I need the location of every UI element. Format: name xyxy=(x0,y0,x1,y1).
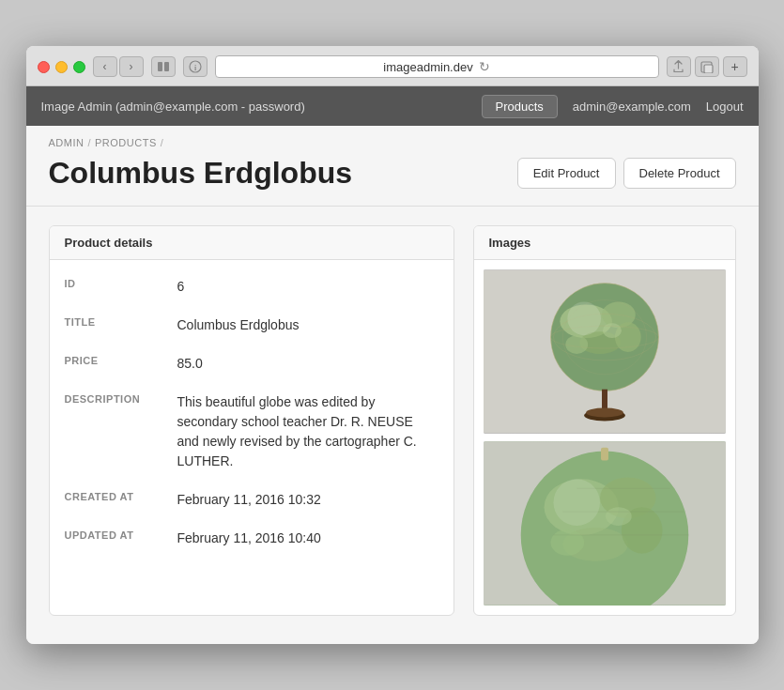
field-label-title: TITLE xyxy=(65,315,177,328)
svg-rect-5 xyxy=(704,65,713,73)
svg-text:i: i xyxy=(193,64,196,72)
url-text: imageadmin.dev xyxy=(383,60,472,74)
field-value-title: Columbus Erdglobus xyxy=(177,315,300,335)
share-button[interactable] xyxy=(667,56,691,77)
svg-point-21 xyxy=(586,408,623,418)
table-row: TITLE Columbus Erdglobus xyxy=(50,306,453,345)
field-label-price: PRICE xyxy=(65,354,177,366)
app-info-text: Image Admin (admin@example.com - passwor… xyxy=(41,100,305,114)
maximize-traffic-light[interactable] xyxy=(73,61,85,73)
back-button[interactable]: ‹ xyxy=(93,56,117,77)
reload-icon[interactable]: ↻ xyxy=(479,59,490,74)
table-row: PRICE 85.0 xyxy=(50,345,453,383)
minimize-traffic-light[interactable] xyxy=(55,61,68,73)
info-button[interactable]: i xyxy=(183,56,208,77)
reader-view-button[interactable] xyxy=(151,56,176,77)
browser-action-buttons: + xyxy=(667,56,747,77)
field-label-description: DESCRIPTION xyxy=(65,392,177,405)
title-row: Columbus Erdglobus Edit Product Delete P… xyxy=(49,156,736,191)
breadcrumb: ADMIN / PRODUCTS / xyxy=(49,137,736,148)
images-card: Images xyxy=(473,225,736,616)
svg-rect-0 xyxy=(158,62,162,71)
svg-rect-36 xyxy=(601,448,608,461)
field-label-updated-at: UPDATED AT xyxy=(65,529,177,541)
breadcrumb-sep-2: / xyxy=(161,137,164,148)
svg-point-28 xyxy=(550,529,584,556)
nav-logout-link[interactable]: Logout xyxy=(706,100,744,114)
breadcrumb-products: PRODUCTS xyxy=(95,137,157,148)
images-card-header: Images xyxy=(474,226,735,260)
svg-point-29 xyxy=(605,507,631,526)
product-image-2[interactable] xyxy=(484,441,726,606)
table-row: UPDATED AT February 11, 2016 10:40 xyxy=(50,519,453,558)
field-value-updated-at: February 11, 2016 10:40 xyxy=(177,529,321,548)
svg-point-37 xyxy=(553,479,600,526)
forward-button[interactable]: › xyxy=(119,56,144,77)
page-title: Columbus Erdglobus xyxy=(49,156,353,191)
add-tab-plus-button[interactable]: + xyxy=(723,56,747,77)
delete-product-button[interactable]: Delete Product xyxy=(623,158,736,189)
new-tab-button[interactable] xyxy=(695,56,719,77)
app-nav-right: Products admin@example.com Logout xyxy=(482,95,744,118)
svg-rect-1 xyxy=(164,62,169,71)
nav-products-button[interactable]: Products xyxy=(482,95,558,118)
table-row: DESCRIPTION This beautiful globe was edi… xyxy=(50,383,453,481)
product-details-card: Product details ID 6 TITLE Columbus Erdg… xyxy=(49,225,454,616)
field-value-price: 85.0 xyxy=(177,354,203,374)
page-header: ADMIN / PRODUCTS / Columbus Erdglobus Ed… xyxy=(26,126,759,207)
images-list xyxy=(474,260,735,615)
product-image-1[interactable] xyxy=(484,269,726,434)
breadcrumb-admin: ADMIN xyxy=(49,137,85,148)
detail-table: ID 6 TITLE Columbus Erdglobus PRICE 85.0… xyxy=(50,260,453,565)
svg-point-18 xyxy=(567,301,601,335)
content-area: Product details ID 6 TITLE Columbus Erdg… xyxy=(26,207,759,644)
edit-product-button[interactable]: Edit Product xyxy=(517,158,616,189)
title-actions: Edit Product Delete Product xyxy=(517,158,736,189)
browser-window: ‹ › i imageadmin.dev ↻ + Image Admin (ad… xyxy=(26,46,759,644)
table-row: ID 6 xyxy=(50,268,453,306)
close-traffic-light[interactable] xyxy=(38,61,50,73)
globe-image-closeup xyxy=(484,441,726,606)
field-value-created-at: February 11, 2016 10:32 xyxy=(177,490,321,510)
field-label-created-at: CREATED AT xyxy=(65,490,177,502)
field-value-id: 6 xyxy=(177,277,185,297)
nav-user-email[interactable]: admin@example.com xyxy=(573,100,691,114)
product-details-header: Product details xyxy=(50,226,453,260)
browser-chrome: ‹ › i imageadmin.dev ↻ + xyxy=(26,46,759,86)
svg-point-13 xyxy=(603,323,622,338)
address-bar[interactable]: imageadmin.dev ↻ xyxy=(215,55,659,78)
table-row: CREATED AT February 11, 2016 10:32 xyxy=(50,481,453,519)
field-value-description: This beautiful globe was edited by secon… xyxy=(177,392,438,471)
globe-image-full xyxy=(484,269,726,434)
breadcrumb-sep-1: / xyxy=(87,137,91,148)
app-nav: Image Admin (admin@example.com - passwor… xyxy=(26,86,759,126)
field-label-id: ID xyxy=(65,277,177,289)
nav-buttons: ‹ › xyxy=(93,56,144,77)
traffic-lights xyxy=(38,61,85,73)
svg-point-12 xyxy=(565,335,588,354)
